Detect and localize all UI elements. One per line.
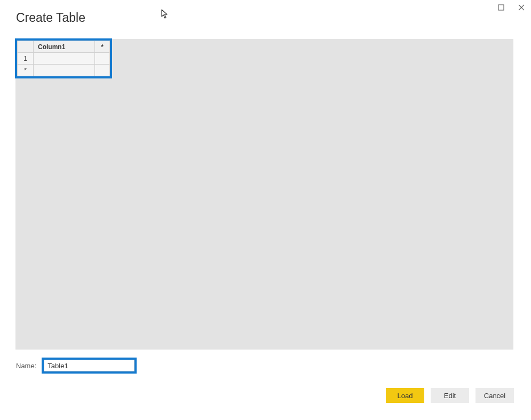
row-number: * (18, 65, 34, 76)
table-row[interactable]: 1 (18, 53, 110, 65)
column-header[interactable]: Column1 (34, 41, 95, 53)
name-input-highlight (42, 358, 137, 374)
maximize-icon (498, 4, 504, 11)
name-label: Name: (16, 362, 36, 370)
maximize-button[interactable] (495, 1, 508, 14)
table-row[interactable]: * (18, 65, 110, 76)
cell[interactable] (34, 65, 95, 76)
cell-extra (95, 65, 110, 76)
row-number: 1 (18, 53, 34, 65)
cursor-icon (161, 9, 169, 21)
dialog-title: Create Table (16, 11, 85, 25)
edit-button[interactable]: Edit (431, 388, 469, 403)
cell-extra (95, 53, 110, 65)
cancel-button[interactable]: Cancel (475, 388, 514, 403)
table-name-input[interactable] (44, 360, 134, 371)
table-preview: Column1 * 1 * (15, 38, 112, 78)
close-icon (518, 4, 525, 11)
load-button[interactable]: Load (386, 388, 424, 403)
svg-rect-0 (498, 5, 504, 10)
data-entry-table[interactable]: Column1 * 1 * (17, 41, 110, 76)
dialog-button-row: Load Edit Cancel (386, 388, 514, 403)
close-button[interactable] (515, 1, 528, 14)
window-controls (495, 1, 528, 14)
cell[interactable] (34, 53, 95, 65)
row-header-corner (18, 41, 34, 53)
name-row: Name: (16, 358, 137, 374)
add-column-marker[interactable]: * (95, 41, 110, 53)
table-grid-area[interactable]: Column1 * 1 * (15, 39, 513, 350)
